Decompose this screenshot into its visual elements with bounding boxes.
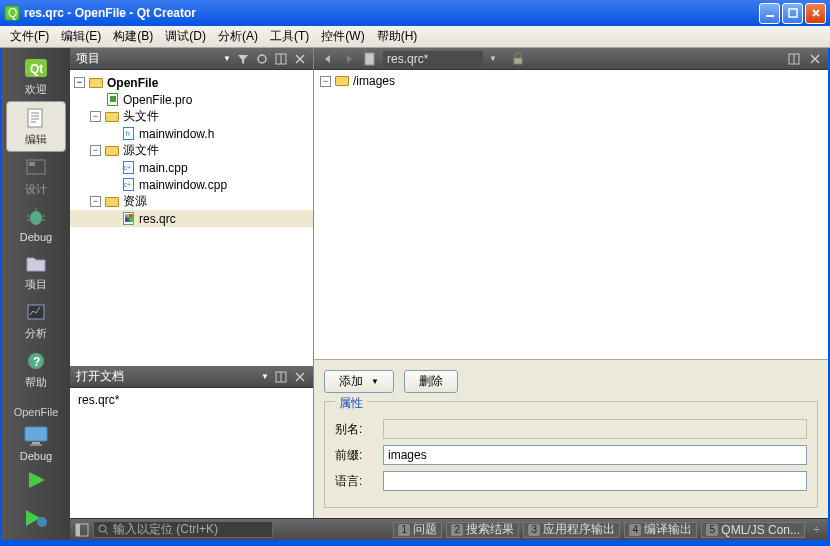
editor-toolbar: res.qrc* ▼ [314, 48, 828, 70]
bug-icon [22, 205, 50, 229]
split-icon[interactable] [273, 369, 288, 384]
file-selector[interactable]: res.qrc* [383, 51, 483, 67]
tree-headers-folder[interactable]: − 头文件 [70, 108, 313, 125]
cpp-file-icon [120, 178, 136, 192]
output-menu-icon[interactable]: ÷ [809, 522, 824, 537]
svg-point-9 [30, 211, 42, 225]
close-button[interactable] [805, 3, 826, 24]
run-debug-button[interactable] [22, 504, 50, 532]
mode-design[interactable]: 设计 [6, 152, 66, 201]
collapse-icon[interactable]: − [320, 76, 331, 87]
svg-rect-8 [29, 162, 35, 166]
collapse-icon[interactable]: − [90, 145, 101, 156]
menu-build[interactable]: 构建(B) [107, 26, 159, 47]
dropdown-icon[interactable]: ▼ [223, 54, 231, 63]
sync-icon[interactable] [254, 51, 269, 66]
search-icon [98, 524, 109, 535]
split-editor-icon[interactable] [786, 51, 801, 66]
close-editor-icon[interactable] [807, 51, 822, 66]
minimize-button[interactable] [759, 3, 780, 24]
prefix-input[interactable] [383, 445, 807, 465]
tree-mainwindow-cpp[interactable]: mainwindow.cpp [70, 176, 313, 193]
split-icon[interactable] [273, 51, 288, 66]
tree-res-qrc[interactable]: res.qrc [70, 210, 313, 227]
svg-rect-3 [789, 9, 797, 17]
edit-icon [22, 106, 50, 130]
kit-selector[interactable]: Debug [6, 420, 66, 466]
qrc-prefix-row[interactable]: − /images [320, 74, 822, 88]
menu-edit[interactable]: 编辑(E) [55, 26, 107, 47]
mode-debug[interactable]: Debug [6, 201, 66, 247]
nav-back-icon[interactable] [320, 51, 335, 66]
alias-input [383, 419, 807, 439]
mode-help[interactable]: ? 帮助 [6, 345, 66, 394]
collapse-icon[interactable]: − [90, 196, 101, 207]
maximize-button[interactable] [782, 3, 803, 24]
properties-legend: 属性 [335, 395, 367, 412]
collapse-icon[interactable]: − [74, 77, 85, 88]
folder-icon [104, 144, 120, 158]
build-button[interactable] [22, 542, 50, 546]
tree-main-cpp[interactable]: main.cpp [70, 159, 313, 176]
prefix-label: 前缀: [335, 447, 375, 464]
tree-label: 资源 [123, 193, 147, 210]
folder-icon [104, 110, 120, 124]
tree-label: OpenFile.pro [123, 93, 192, 107]
output-search[interactable]: 2搜索结果 [446, 522, 519, 538]
output-appout[interactable]: 3应用程序输出 [523, 522, 620, 538]
folder-icon [104, 195, 120, 209]
close-panel-icon[interactable] [292, 51, 307, 66]
output-compout[interactable]: 4编译输出 [624, 522, 697, 538]
file-type-icon [362, 51, 377, 66]
svg-text:?: ? [33, 355, 40, 369]
menu-file[interactable]: 文件(F) [4, 26, 55, 47]
locator-placeholder: 输入以定位 (Ctrl+K) [113, 521, 218, 538]
svg-text:Qt: Qt [30, 62, 43, 76]
left-sidebar: 项目 ▼ − OpenFile Ope [70, 48, 314, 518]
open-doc-item[interactable]: res.qrc* [76, 392, 307, 408]
tree-sources-folder[interactable]: − 源文件 [70, 142, 313, 159]
dropdown-icon[interactable]: ▼ [261, 372, 269, 381]
mode-analyze[interactable]: 分析 [6, 296, 66, 345]
nav-forward-icon[interactable] [341, 51, 356, 66]
svg-rect-10 [28, 305, 44, 319]
mode-projects[interactable]: 项目 [6, 247, 66, 296]
project-icon [88, 76, 104, 90]
dropdown-icon[interactable]: ▼ [489, 54, 497, 63]
remove-button[interactable]: 删除 [404, 370, 458, 393]
mode-welcome[interactable]: Qt 欢迎 [6, 52, 66, 101]
menubar: 文件(F) 编辑(E) 构建(B) 调试(D) 分析(A) 工具(T) 控件(W… [0, 26, 830, 48]
mode-edit[interactable]: 编辑 [6, 101, 66, 152]
filter-icon[interactable] [235, 51, 250, 66]
run-button[interactable] [22, 466, 50, 494]
tree-mainwindow-h[interactable]: mainwindow.h [70, 125, 313, 142]
close-panel-icon[interactable] [292, 369, 307, 384]
tree-resources-folder[interactable]: − 资源 [70, 193, 313, 210]
alias-label: 别名: [335, 421, 375, 438]
lock-icon[interactable] [511, 51, 526, 66]
design-icon [22, 156, 50, 180]
output-issues[interactable]: 1问题 [393, 522, 442, 538]
menu-tools[interactable]: 工具(T) [264, 26, 315, 47]
menu-debug[interactable]: 调试(D) [159, 26, 212, 47]
collapse-icon[interactable]: − [90, 111, 101, 122]
tree-pro-file[interactable]: OpenFile.pro [70, 91, 313, 108]
qrc-file-icon [120, 212, 136, 226]
toggle-sidebar-icon[interactable] [74, 522, 89, 537]
svg-line-29 [105, 531, 108, 534]
cpp-file-icon [120, 161, 136, 175]
menu-widgets[interactable]: 控件(W) [315, 26, 370, 47]
tree-root[interactable]: − OpenFile [70, 74, 313, 91]
lang-input[interactable] [383, 471, 807, 491]
output-qmljs[interactable]: 5QML/JS Con... [701, 522, 805, 538]
menu-analyze[interactable]: 分析(A) [212, 26, 264, 47]
menu-help[interactable]: 帮助(H) [371, 26, 424, 47]
app-icon: Q [4, 5, 20, 21]
svg-rect-22 [365, 53, 374, 65]
project-panel-title[interactable]: 项目 [76, 50, 219, 67]
add-button[interactable]: 添加 [324, 370, 394, 393]
content-area: 项目 ▼ − OpenFile Ope [70, 48, 828, 540]
locator-input[interactable]: 输入以定位 (Ctrl+K) [93, 521, 273, 538]
opendocs-title[interactable]: 打开文档 [76, 368, 257, 385]
mode-bar: Qt 欢迎 编辑 设计 Debug 项目 分析 ? 帮助 OpenFile [2, 48, 70, 540]
